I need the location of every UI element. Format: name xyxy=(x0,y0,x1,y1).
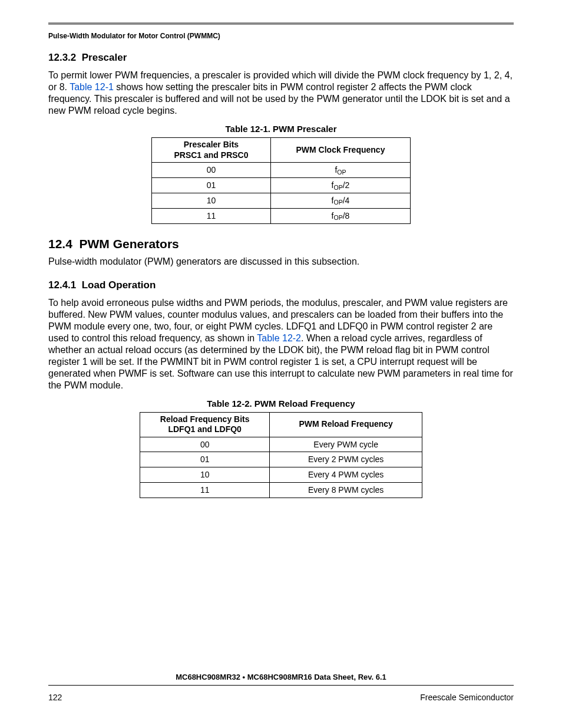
text: shows how setting the prescaler bits in … xyxy=(48,82,510,116)
section-12-4-heading: 12.4 PWM Generators xyxy=(48,237,514,251)
section-12-4-1-heading: 12.4.1 Load Operation xyxy=(48,279,514,291)
table-row: 01 fOP/2 xyxy=(152,177,411,193)
section-title: Load Operation xyxy=(82,279,156,291)
table-row: 11 Every 8 PWM cycles xyxy=(140,483,422,498)
freq-cell: fOP/4 xyxy=(270,193,410,208)
page-footer: MC68HC908MR32 • MC68HC908MR16 Data Sheet… xyxy=(48,673,514,702)
running-header: Pulse-Width Modulator for Motor Control … xyxy=(48,32,514,40)
table-row: 10 Every 4 PWM cycles xyxy=(140,467,422,483)
bits-cell: 10 xyxy=(140,467,270,483)
document-title: MC68HC908MR32 • MC68HC908MR16 Data Sheet… xyxy=(48,673,514,681)
section-number: 12.4 xyxy=(48,237,72,251)
section-12-3-2-heading: 12.3.2 Prescaler xyxy=(48,52,514,64)
val-cell: Every 4 PWM cycles xyxy=(270,467,422,483)
prescaler-paragraph: To permit lower PWM frequencies, a presc… xyxy=(48,70,514,117)
section-number: 12.4.1 xyxy=(48,279,76,291)
page-number: 122 xyxy=(48,693,62,702)
table-12-2-title: Table 12-2. PWM Reload Frequency xyxy=(48,398,514,409)
table-header-row: Reload Frequency BitsLDFQ1 and LDFQ0 PWM… xyxy=(140,412,422,437)
table-row: 01 Every 2 PWM cycles xyxy=(140,452,422,467)
pwm-generators-intro: Pulse-width modulator (PWM) generators a… xyxy=(48,256,514,268)
load-operation-paragraph: To help avoid erroneous pulse widths and… xyxy=(48,297,514,391)
top-rule xyxy=(48,22,514,25)
val-cell: Every 8 PWM cycles xyxy=(270,483,422,498)
table-12-1-title: Table 12-1. PWM Prescaler xyxy=(48,124,514,134)
val-cell: Every PWM cycle xyxy=(270,437,422,452)
table-row: 00 fOP xyxy=(152,163,411,178)
company-name: Freescale Semiconductor xyxy=(420,693,514,702)
bits-cell: 01 xyxy=(140,452,270,467)
table-12-2-link[interactable]: Table 12-2 xyxy=(257,333,301,343)
freq-cell: fOP/8 xyxy=(270,208,410,223)
table-12-1: Prescaler BitsPRSC1 and PRSC0 PWM Clock … xyxy=(151,137,411,224)
bits-cell: 01 xyxy=(152,177,271,193)
table-row: 11 fOP/8 xyxy=(152,208,411,223)
table-row: 00 Every PWM cycle xyxy=(140,437,422,452)
col-header-freq: PWM Reload Frequency xyxy=(270,412,422,437)
val-cell: Every 2 PWM cycles xyxy=(270,452,422,467)
section-title: Prescaler xyxy=(82,52,127,63)
bits-cell: 11 xyxy=(140,483,270,498)
bits-cell: 10 xyxy=(152,193,271,208)
freq-cell: fOP xyxy=(270,163,410,178)
table-12-2: Reload Frequency BitsLDFQ1 and LDFQ0 PWM… xyxy=(140,412,422,499)
section-number: 12.3.2 xyxy=(48,52,76,63)
col-header-freq: PWM Clock Frequency xyxy=(270,138,410,163)
bits-cell: 00 xyxy=(140,437,270,452)
bits-cell: 11 xyxy=(152,208,271,223)
col-header-bits: Prescaler BitsPRSC1 and PRSC0 xyxy=(152,138,271,163)
table-12-1-link[interactable]: Table 12-1 xyxy=(70,82,114,92)
section-title: PWM Generators xyxy=(80,237,179,251)
col-header-bits: Reload Frequency BitsLDFQ1 and LDFQ0 xyxy=(140,412,270,437)
table-header-row: Prescaler BitsPRSC1 and PRSC0 PWM Clock … xyxy=(152,138,411,163)
footer-rule xyxy=(48,685,514,686)
bits-cell: 00 xyxy=(152,163,271,178)
table-row: 10 fOP/4 xyxy=(152,193,411,208)
freq-cell: fOP/2 xyxy=(270,177,410,193)
